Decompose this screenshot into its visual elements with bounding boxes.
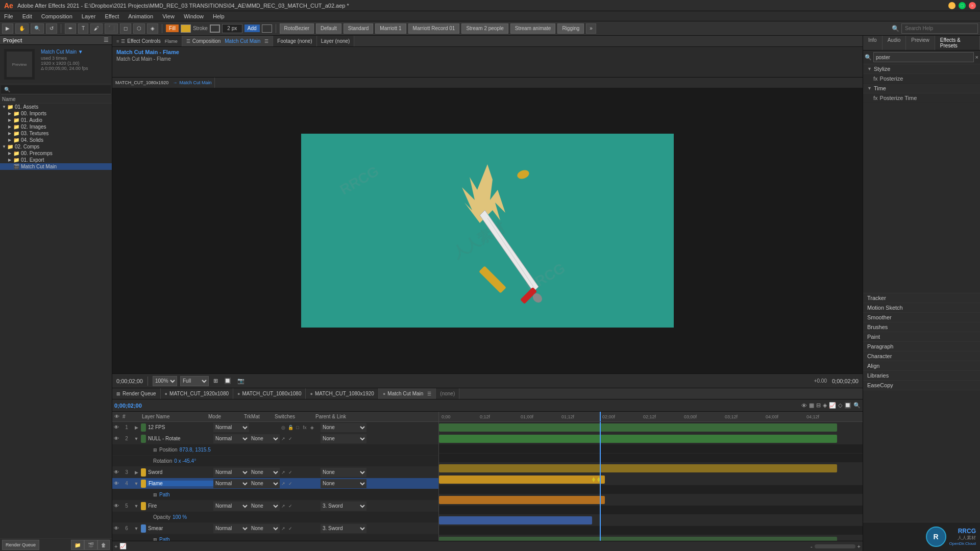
menu-view[interactable]: View — [160, 13, 177, 19]
view-options-btn[interactable]: 🔲 — [223, 378, 233, 384]
l4-fx[interactable]: ↗ — [280, 480, 287, 487]
menu-effect[interactable]: Effect — [103, 13, 121, 19]
tl-snapping[interactable]: 🔲 — [844, 402, 851, 409]
layer-4-parent[interactable]: None — [321, 479, 366, 488]
layer-5-trkmat[interactable]: None — [249, 502, 280, 511]
close-button[interactable]: × — [969, 2, 976, 9]
layer-1-vis[interactable]: 👁 — [112, 424, 120, 430]
tl-bar-6[interactable] — [439, 516, 592, 524]
panel-tracker[interactable]: Tracker — [863, 293, 980, 303]
layer-2-mode[interactable]: Normal — [213, 434, 249, 443]
tree-item-01assets[interactable]: ▼ 📁 01. Assets — [0, 104, 112, 110]
fx-item-posterize[interactable]: fx Posterize — [863, 74, 980, 84]
layer-6-vis[interactable]: 👁 — [112, 525, 120, 531]
fx-item-posterize-time[interactable]: fx Posterize Time — [863, 93, 980, 103]
tool-hand[interactable]: ✋ — [15, 23, 29, 34]
tree-item-01audio[interactable]: ▶ 📁 01. Audio — [0, 117, 112, 123]
project-search-input[interactable] — [1, 85, 111, 94]
menu-help[interactable]: Help — [211, 13, 227, 19]
tl-search[interactable]: 🔍 — [853, 402, 861, 409]
timeline-current-time[interactable]: 0;00;02;00 — [114, 403, 142, 409]
tl-frame-blend[interactable]: ⊟ — [816, 402, 821, 409]
l2-fx[interactable]: ↗ — [280, 435, 287, 442]
preset-marriott-rec[interactable]: Marriott Record 01 — [408, 23, 460, 34]
new-comp-btn[interactable]: 🎬 — [84, 540, 97, 550]
menu-composition[interactable]: Composition — [39, 13, 75, 19]
layer-3-trkmat[interactable]: None — [249, 468, 280, 477]
tl-tab-matchcut-2[interactable]: ● MATCH_CUT_1080x1080 — [233, 388, 306, 399]
l3-fx[interactable]: ↗ — [280, 469, 287, 476]
fx-section-time[interactable]: ▼ Time — [863, 84, 980, 93]
tl-tab-renderqueue[interactable]: ⊞ Render Queue — [112, 388, 161, 399]
tab-footage[interactable]: Footage (none) — [273, 36, 316, 46]
l6-fx[interactable]: ↗ — [280, 525, 287, 532]
l1-lock[interactable]: 🔓 — [287, 424, 294, 431]
timeline-ruler[interactable]: 0;00 0;12f 01;00f 01;12f 02;00f 02;12f 0… — [439, 412, 863, 422]
render-queue-btn[interactable]: Render Queue — [2, 540, 39, 550]
tl-zoom-in[interactable]: + — [857, 543, 861, 549]
l5-check[interactable]: ✓ — [287, 503, 294, 510]
layer-row-4[interactable]: 👁 4 ▼ Flame Normal None ↗ ✓ — [112, 478, 438, 489]
l1-fx[interactable]: fx — [301, 424, 308, 431]
tl-tab-matchcut-1[interactable]: ● MATCH_CUT_1920x1080 — [161, 388, 233, 399]
tree-item-02images[interactable]: ▶ 📁 02. Images — [0, 123, 112, 130]
preset-rigging[interactable]: Rigging — [557, 23, 584, 34]
tab-composition[interactable]: ☰ Composition Match Cut Main ☰ — [182, 36, 274, 46]
layer-6-trkmat[interactable]: None — [249, 524, 280, 533]
layer-5-mode[interactable]: Normal — [213, 502, 249, 511]
layer-5-parent[interactable]: 3. Sword — [321, 502, 366, 511]
l6-check[interactable]: ✓ — [287, 525, 294, 532]
panel-brushes[interactable]: Brushes — [863, 322, 980, 332]
tab-menu-icon[interactable]: ☰ — [264, 39, 268, 44]
tl-zoom-out[interactable]: - — [811, 543, 813, 549]
layer-4-mode[interactable]: Normal — [213, 479, 249, 488]
effects-search-clear[interactable]: × — [975, 54, 978, 60]
tree-item-02comps[interactable]: ▼ 📁 02. Comps — [0, 143, 112, 150]
panel-paint[interactable]: Paint — [863, 332, 980, 342]
tool-zoom[interactable]: 🔍 — [31, 23, 44, 34]
panel-align[interactable]: Align — [863, 361, 980, 371]
panel-motion-sketch[interactable]: Motion Sketch — [863, 303, 980, 313]
layer-1-expand[interactable]: ▶ — [133, 425, 140, 430]
zoom-select[interactable]: 100% 50% 200% — [153, 376, 177, 386]
layer-6-mode[interactable]: Normal — [213, 524, 249, 533]
tl-bar-5[interactable] — [439, 496, 605, 504]
panel-libraries[interactable]: Libraries — [863, 371, 980, 381]
tl-curve-editor[interactable]: 📈 — [119, 543, 127, 549]
menu-layer[interactable]: Layer — [80, 13, 98, 19]
tree-item-00precomps[interactable]: ▶ 📁 00. Precomps — [0, 150, 112, 157]
tl-add-layer[interactable]: + — [114, 543, 117, 549]
layer-1-mode[interactable]: Normal — [213, 423, 249, 432]
tree-item-matchcutmain[interactable]: 🎬 Match Cut Main — [0, 163, 112, 170]
layer-4-vis[interactable]: 👁 — [112, 481, 120, 486]
tool-pen[interactable]: ✒ — [65, 23, 76, 34]
tl-motion-blur[interactable]: ◈ — [823, 402, 827, 409]
tab-effect-controls[interactable]: ≡ ☰ Effect Controls Flame — [112, 36, 182, 46]
tl-bar-3[interactable] — [439, 464, 837, 472]
l2-check[interactable]: ✓ — [287, 435, 294, 442]
layer-2-trkmat[interactable]: None — [249, 434, 280, 443]
tool-brush[interactable]: 🖌 — [90, 23, 103, 34]
fx-section-stylize[interactable]: ▼ Stylize — [863, 64, 980, 74]
tl-hide-shy[interactable]: 👁 — [801, 403, 807, 409]
layer-1-parent[interactable]: None — [321, 423, 366, 432]
menu-file[interactable]: File — [2, 13, 15, 19]
tab-layer[interactable]: Layer (none) — [317, 36, 355, 46]
layer-row-3[interactable]: 👁 3 ▶ Sword Normal None ↗ ✓ — [112, 467, 438, 478]
quality-select[interactable]: Full Half Quarter — [180, 376, 209, 386]
layer-row-2[interactable]: 👁 2 ▼ NULL - Rotate Normal None ↗ — [112, 433, 438, 444]
effects-search-input[interactable] — [873, 52, 974, 62]
layer-5-vis[interactable]: 👁 — [112, 503, 120, 509]
tl-tab-matchcut-3[interactable]: ● MATCH_CUT_1080x1920 — [306, 388, 378, 399]
preset-stream2[interactable]: Stream 2 people — [461, 23, 508, 34]
tab-effects-presets[interactable]: Effects & Presets — [935, 36, 980, 50]
tl-collapse[interactable]: ▦ — [809, 402, 814, 409]
preset-rotobezier[interactable]: RotoBezier — [280, 23, 314, 34]
panel-character[interactable]: Character — [863, 352, 980, 361]
tool-text[interactable]: T — [78, 23, 88, 34]
new-folder-btn[interactable]: 📁 — [71, 540, 84, 550]
tab-preview[interactable]: Preview — [906, 36, 935, 50]
menu-edit[interactable]: Edit — [20, 13, 34, 19]
layer-6-parent[interactable]: 3. Sword — [321, 524, 366, 533]
l3-check[interactable]: ✓ — [287, 469, 294, 476]
